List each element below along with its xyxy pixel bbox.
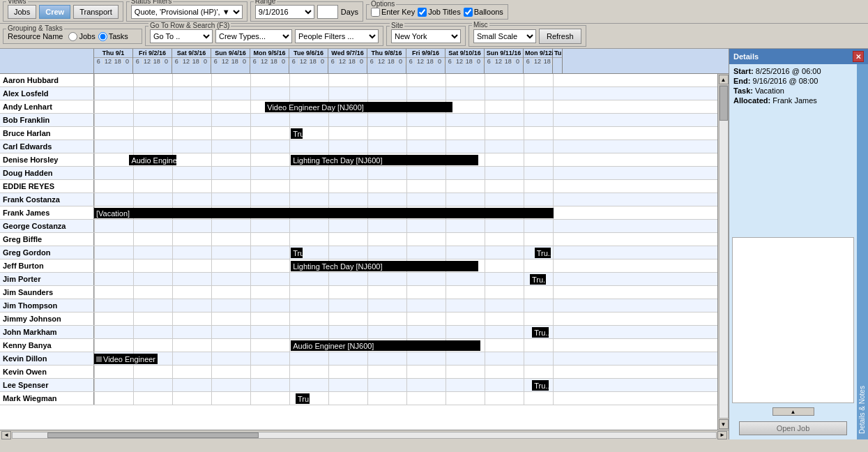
- schedule-cell: Tru...: [94, 273, 717, 285]
- table-row: Kenny BanyaAudio Engineer [NJ600]: [0, 339, 717, 352]
- v-scroll-down-btn[interactable]: ▼: [719, 419, 729, 429]
- person-name: Jim Thompson: [0, 299, 94, 312]
- person-name: Kenny Banya: [0, 339, 94, 352]
- h-scrollbar-thumb[interactable]: [47, 432, 259, 438]
- time-labels: 612180: [406, 58, 445, 65]
- h-scrollbar-track[interactable]: [12, 432, 717, 439]
- notes-area: [732, 237, 854, 403]
- task-bar[interactable]: Tru...: [535, 248, 551, 258]
- allocated-value: Frank James: [772, 96, 817, 105]
- person-name: Doug Hadden: [0, 167, 94, 179]
- v-scroll-up-btn[interactable]: ▲: [719, 75, 729, 84]
- details-content: Start: 8/25/2016 @ 06:00 End: 9/16/2016 …: [729, 64, 857, 234]
- person-name: Greg Gordon: [0, 246, 94, 259]
- range-days-input[interactable]: 31: [317, 5, 338, 19]
- time-labels: 612180: [211, 58, 250, 65]
- details-notes-tab[interactable]: Details & Notes: [857, 64, 868, 439]
- goto-select[interactable]: Go To ..: [150, 29, 213, 43]
- details-header: Details ✕: [729, 49, 868, 64]
- range-section: Range 9/1/2016 31 Days: [250, 1, 363, 22]
- radio-jobs[interactable]: [68, 32, 77, 41]
- crew-types-select[interactable]: Crew Types...: [215, 29, 292, 43]
- date-group: Tue 9/6/16612180: [289, 49, 328, 73]
- jobs-btn[interactable]: Jobs: [8, 5, 36, 19]
- site-label: Site: [390, 22, 404, 29]
- table-row: Greg Biffle: [0, 233, 717, 246]
- task-bar[interactable]: Video Engineer Day ...: [94, 354, 158, 364]
- table-row: Mark WiegmanTru...: [0, 392, 717, 405]
- radio-jobs-text: Jobs: [79, 32, 95, 40]
- date-headers: Thu 9/1612180Fri 9/2/16612180Sat 9/3/166…: [94, 49, 717, 73]
- site-select[interactable]: New York: [391, 29, 461, 43]
- enter-key-option[interactable]: Enter Key: [371, 8, 415, 17]
- time-labels: 61218: [524, 58, 552, 65]
- crew-btn[interactable]: Crew: [39, 5, 70, 19]
- allocated-label: Allocated:: [733, 96, 770, 105]
- people-filters-select[interactable]: People Filters ...: [295, 29, 379, 43]
- time-label: 6: [524, 58, 533, 65]
- time-label: 12: [377, 58, 387, 65]
- time-label: 18: [348, 58, 358, 65]
- h-scroll-right-btn[interactable]: ►: [717, 431, 727, 439]
- time-label: 0: [279, 58, 289, 65]
- radio-tasks[interactable]: [98, 32, 107, 41]
- task-bar[interactable]: Tru...: [291, 248, 303, 258]
- open-job-button[interactable]: Open Job: [739, 421, 848, 435]
- task-bar[interactable]: Tru...: [296, 393, 310, 404]
- person-name: Bob Franklin: [0, 114, 94, 126]
- radio-tasks-label[interactable]: Tasks: [98, 32, 128, 41]
- task-bar[interactable]: [Vacation]: [94, 208, 554, 218]
- date-label: Sun 9/11/16: [485, 49, 523, 58]
- time-label: 6: [446, 58, 455, 65]
- task-bar[interactable]: Tru...: [532, 380, 549, 391]
- schedule-cell: Video Engineer Day [NJ600]: [94, 100, 717, 113]
- time-label: 0: [240, 58, 250, 65]
- balloons-option[interactable]: Balloons: [464, 8, 503, 17]
- goto-label: Go To Row & Search (F3): [149, 22, 231, 29]
- task-value: Vacation: [755, 86, 784, 95]
- job-titles-checkbox[interactable]: [418, 8, 427, 17]
- details-close-button[interactable]: ✕: [853, 51, 864, 62]
- notes-scroll-up[interactable]: ▲: [772, 407, 814, 416]
- job-titles-option[interactable]: Job Titles: [418, 8, 460, 17]
- range-date-select[interactable]: 9/1/2016: [255, 5, 314, 19]
- task-label: Tru...: [532, 276, 547, 284]
- date-label: Mon 9/12/16: [524, 49, 552, 58]
- time-label: 12: [455, 58, 465, 65]
- task-bar[interactable]: Audio Engineer [NJ...: [129, 155, 176, 165]
- person-name: Jim Saunders: [0, 286, 94, 299]
- time-label: 0: [474, 58, 484, 65]
- person-name: Aaron Hubbard: [0, 74, 94, 86]
- date-label: Sat 9/3/16: [172, 49, 211, 58]
- table-row: Jim Thompson: [0, 299, 717, 312]
- balloons-checkbox[interactable]: [464, 8, 473, 17]
- task-bar[interactable]: Lighting Tech Day [NJ600]: [291, 261, 478, 271]
- v-scroll-thumb[interactable]: [719, 86, 728, 121]
- schedule-cell: Audio Engineer [NJ600]: [94, 339, 717, 352]
- time-label: 0: [435, 58, 445, 65]
- refresh-button[interactable]: Refresh: [539, 29, 581, 44]
- task-bar[interactable]: Audio Engineer [NJ600]: [291, 340, 480, 351]
- schedule-cell: [94, 167, 717, 179]
- time-label: 0: [396, 58, 406, 65]
- views-label: Views: [6, 0, 28, 5]
- v-scroll-track[interactable]: [719, 85, 729, 419]
- task-bar[interactable]: Tru...: [291, 128, 303, 139]
- task-bar[interactable]: Tru...: [532, 327, 549, 338]
- h-scroll-left-btn[interactable]: ◄: [1, 431, 11, 439]
- details-title: Details: [733, 52, 759, 61]
- enter-key-checkbox[interactable]: [371, 8, 380, 17]
- transport-btn[interactable]: Transport: [73, 5, 119, 19]
- status-filter-select[interactable]: Quote, 'Provisional (HP)', ▼: [131, 5, 243, 19]
- small-scale-select[interactable]: Small Scale: [473, 29, 536, 43]
- task-label: Tru...: [537, 249, 551, 257]
- task-bar[interactable]: Lighting Tech Day [NJ600]: [291, 155, 478, 165]
- time-label: 0: [318, 58, 328, 65]
- time-label: 0: [201, 58, 211, 65]
- time-label: 18: [114, 58, 123, 65]
- schedule-cell: [Vacation]: [94, 206, 717, 219]
- task-bar[interactable]: Video Engineer Day [NJ600]: [265, 102, 452, 112]
- task-bar[interactable]: Tru...: [530, 274, 547, 285]
- radio-jobs-label[interactable]: Jobs: [68, 32, 95, 41]
- date-label: Sat 9/10/16: [446, 49, 484, 58]
